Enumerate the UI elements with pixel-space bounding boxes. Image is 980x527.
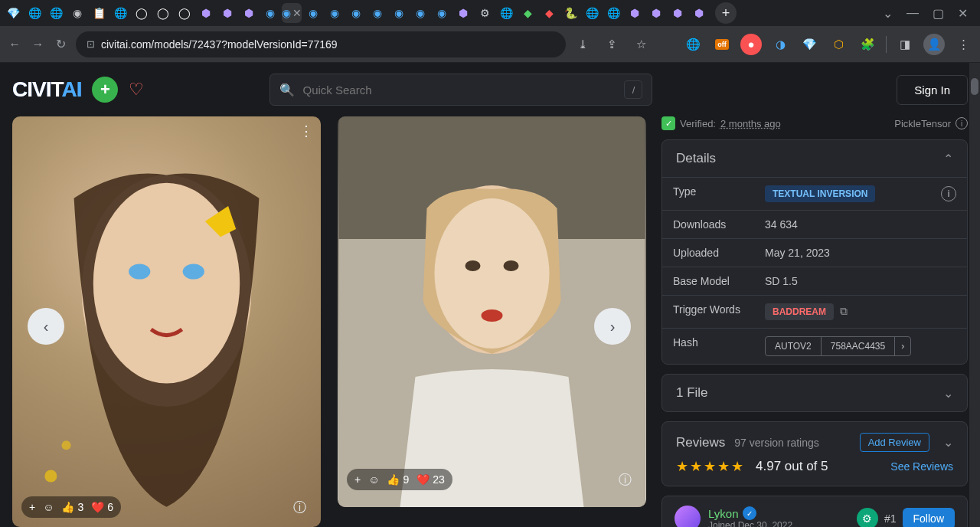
tab-icon[interactable]: 🌐 xyxy=(46,3,66,23)
tab-icon[interactable]: ⬢ xyxy=(196,3,216,23)
tab-icon[interactable]: 🌐 xyxy=(496,3,516,23)
tab-icon[interactable]: 🌐 xyxy=(24,3,44,23)
tab-icon[interactable]: 🌐 xyxy=(110,3,130,23)
chevron-down-icon[interactable]: ⌄ xyxy=(943,435,953,450)
new-tab-button[interactable]: + xyxy=(715,2,737,24)
minimize-icon[interactable]: — xyxy=(906,6,919,21)
chevron-down-icon[interactable]: ⌄ xyxy=(943,386,953,401)
tab-icon[interactable]: ◉ xyxy=(67,3,87,23)
image-info-icon[interactable]: ⓘ xyxy=(614,469,635,490)
tab-icon[interactable]: ⬢ xyxy=(625,3,645,23)
tab-icon[interactable]: ◯ xyxy=(132,3,152,23)
extension-icon[interactable]: 🌐 xyxy=(682,34,704,55)
tab-icon[interactable]: ◉ xyxy=(260,3,280,23)
verified-label: Verified: xyxy=(680,118,716,129)
tab-icon-active[interactable]: ◉ ✕ xyxy=(282,3,302,23)
extensions-menu-icon[interactable]: 🧩 xyxy=(857,34,878,55)
gear-icon[interactable]: ⚙ xyxy=(857,508,878,527)
share-icon[interactable]: ⇪ xyxy=(601,34,622,55)
hash-expand-icon[interactable]: › xyxy=(895,337,910,355)
reaction-bar: + ☺ 👍 3 ❤️ 6 xyxy=(21,496,121,518)
tab-icon[interactable]: ◯ xyxy=(175,3,194,23)
heart-count[interactable]: ❤️ 23 xyxy=(416,473,445,486)
search-box[interactable]: 🔍 / xyxy=(270,74,652,106)
tab-icon[interactable]: ◉ xyxy=(325,3,345,23)
sign-in-button[interactable]: Sign In xyxy=(897,75,968,105)
tab-icon[interactable]: ⬢ xyxy=(689,3,709,23)
close-window-icon[interactable]: ✕ xyxy=(958,6,968,21)
svg-point-6 xyxy=(44,470,57,482)
page-scrollbar[interactable] xyxy=(969,63,980,527)
tab-icon[interactable]: ◆ xyxy=(518,3,537,23)
hash-algo[interactable]: AUTOV2 xyxy=(766,337,822,355)
url-box[interactable]: ⊡ civitai.com/models/72437?modelVersionI… xyxy=(76,31,566,57)
dropdown-icon[interactable]: ⌄ xyxy=(883,6,893,21)
tab-icon[interactable]: 🌐 xyxy=(582,3,602,23)
extension-icon[interactable]: off xyxy=(711,34,733,55)
reload-button[interactable]: ↻ xyxy=(53,32,70,57)
chevron-up-icon[interactable]: ⌃ xyxy=(943,152,953,166)
image-info-icon[interactable]: ⓘ xyxy=(289,496,310,518)
tab-icon[interactable]: 🌐 xyxy=(603,3,623,23)
creator-avatar[interactable] xyxy=(675,506,701,527)
add-reaction-button[interactable]: + xyxy=(29,501,35,513)
tab-icon[interactable]: ◉ xyxy=(389,3,409,23)
create-button[interactable]: + xyxy=(92,77,118,103)
extension-icon[interactable]: ⬡ xyxy=(828,34,849,55)
hash-value[interactable]: 758AAC4435 xyxy=(822,337,895,355)
gallery-next-button[interactable]: › xyxy=(594,308,631,345)
tab-icon[interactable]: ⬢ xyxy=(668,3,688,23)
bookmark-icon[interactable]: ☆ xyxy=(630,34,652,55)
tab-icon[interactable]: ◉ xyxy=(303,3,323,23)
tab-icon[interactable]: ◉ xyxy=(346,3,366,23)
smile-reaction-button[interactable]: ☺ xyxy=(368,473,379,486)
search-input[interactable] xyxy=(302,83,616,97)
profile-icon[interactable]: 👤 xyxy=(923,34,945,55)
add-review-button[interactable]: Add Review xyxy=(860,433,929,452)
tab-icon[interactable]: 💎 xyxy=(3,3,23,23)
close-tab-icon[interactable]: ✕ xyxy=(289,7,302,19)
tab-icon[interactable]: ⬢ xyxy=(239,3,259,23)
tab-icon[interactable]: ◆ xyxy=(539,3,559,23)
smile-reaction-button[interactable]: ☺ xyxy=(43,501,54,513)
details-header[interactable]: Details ⌃ xyxy=(662,140,967,177)
see-reviews-link[interactable]: See Reviews xyxy=(890,460,953,473)
copy-icon[interactable]: ⧉ xyxy=(840,305,854,319)
extension-icon[interactable]: 💎 xyxy=(799,34,820,55)
tab-icon[interactable]: ◉ xyxy=(368,3,387,23)
creator-name[interactable]: Lykon✓ xyxy=(708,506,792,520)
browser-menu-icon[interactable]: ⋮ xyxy=(952,34,974,55)
back-button[interactable]: ← xyxy=(6,32,23,57)
add-reaction-button[interactable]: + xyxy=(354,473,361,486)
tab-icon[interactable]: ⚙ xyxy=(475,3,495,23)
tab-icon[interactable]: ⬢ xyxy=(217,3,237,23)
tab-icon[interactable]: 🐍 xyxy=(560,3,580,23)
follow-button[interactable]: Follow xyxy=(903,508,955,527)
tab-icon[interactable]: ◯ xyxy=(153,3,173,23)
tab-icon[interactable]: ⬢ xyxy=(453,3,473,23)
forward-button[interactable]: → xyxy=(29,32,46,57)
url-text: civitai.com/models/72437?modelVersionId=… xyxy=(101,38,338,51)
install-icon[interactable]: ⤓ xyxy=(572,34,593,55)
verified-time[interactable]: 2 months ago xyxy=(720,118,781,129)
site-info-icon[interactable]: ⊡ xyxy=(87,38,95,50)
info-icon[interactable]: i xyxy=(956,117,968,129)
gallery-prev-button[interactable]: ‹ xyxy=(28,308,64,345)
tab-icon[interactable]: ⬢ xyxy=(646,3,666,23)
extension-icon[interactable]: ● xyxy=(740,34,762,55)
maximize-icon[interactable]: ▢ xyxy=(933,6,944,21)
side-panel-icon[interactable]: ◨ xyxy=(894,34,916,55)
thumbs-up-count[interactable]: 👍 9 xyxy=(387,473,409,486)
trigger-word-pill[interactable]: BADDREAM xyxy=(765,303,834,320)
extension-icon[interactable]: ◑ xyxy=(769,34,791,55)
info-icon[interactable]: i xyxy=(941,186,956,201)
tab-icon[interactable]: 📋 xyxy=(89,3,109,23)
thumbs-up-count[interactable]: 👍 3 xyxy=(61,501,83,513)
civitai-logo[interactable]: CIVITAI xyxy=(12,77,81,102)
tab-icon[interactable]: ◉ xyxy=(410,3,430,23)
scrollbar-thumb[interactable] xyxy=(971,78,978,95)
favorites-icon[interactable]: ♡ xyxy=(129,80,144,100)
heart-count[interactable]: ❤️ 6 xyxy=(91,501,113,513)
tab-icon[interactable]: ◉ xyxy=(432,3,452,23)
files-panel[interactable]: 1 File ⌄ xyxy=(662,374,968,412)
